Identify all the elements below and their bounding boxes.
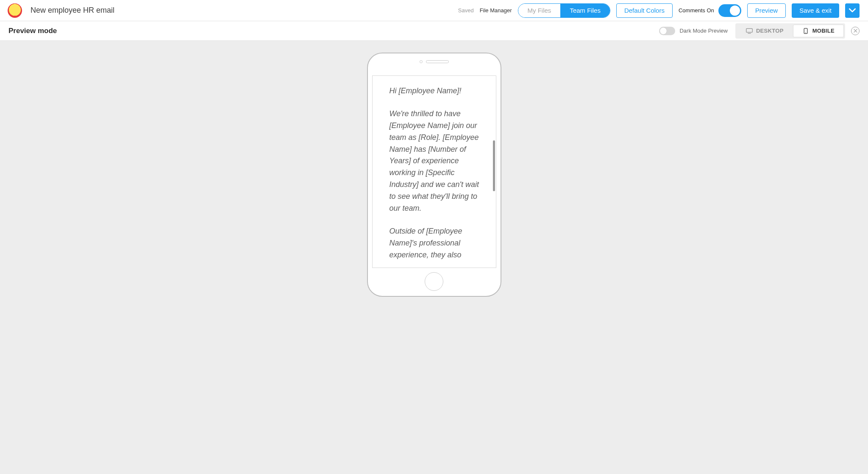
phone-frame: Hi [Employee Name]! We're thrilled to ha…	[367, 53, 501, 297]
phone-screen: Hi [Employee Name]! We're thrilled to ha…	[372, 75, 496, 268]
comments-toggle-group: Comments On	[679, 4, 741, 17]
default-colors-button[interactable]: Default Colors	[616, 3, 673, 18]
files-toggle-team-files[interactable]: Team Files	[560, 4, 610, 17]
phone-camera-icon	[420, 60, 423, 63]
device-toggle: DESKTOP MOBILE	[735, 23, 845, 39]
mobile-icon	[802, 28, 809, 34]
comments-toggle[interactable]	[718, 4, 741, 17]
svg-point-2	[805, 32, 806, 33]
device-desktop-button[interactable]: DESKTOP	[737, 25, 793, 37]
app-logo	[8, 3, 22, 18]
email-paragraph: Hi [Employee Name]!	[389, 85, 483, 97]
preview-mode-title: Preview mode	[8, 27, 57, 35]
close-icon	[854, 29, 857, 33]
email-paragraph: We're thrilled to have [Employee Name] j…	[389, 108, 483, 215]
preview-button[interactable]: Preview	[747, 3, 786, 18]
device-mobile-label: MOBILE	[812, 28, 835, 34]
close-preview-button[interactable]	[851, 27, 860, 35]
dark-mode-toggle[interactable]	[659, 27, 675, 35]
saved-status: Saved	[458, 7, 474, 14]
svg-rect-0	[746, 28, 752, 32]
desktop-icon	[746, 28, 753, 34]
chevron-down-icon	[849, 8, 856, 14]
preview-stage: Hi [Employee Name]! We're thrilled to ha…	[0, 41, 868, 474]
dark-mode-label: Dark Mode Preview	[679, 28, 727, 34]
device-desktop-label: DESKTOP	[756, 28, 784, 34]
phone-speaker-icon	[426, 60, 449, 63]
phone-home-button	[425, 272, 443, 291]
device-mobile-button[interactable]: MOBILE	[793, 25, 844, 37]
dark-mode-group: Dark Mode Preview	[659, 27, 727, 35]
email-paragraph: Outside of [Employee Name]'s professiona…	[389, 226, 483, 261]
files-toggle-my-files[interactable]: My Files	[518, 4, 561, 17]
document-title: New employee HR email	[31, 6, 114, 15]
preview-toolbar: Preview mode Dark Mode Preview DESKTOP M…	[0, 21, 868, 41]
files-toggle: My Files Team Files	[518, 3, 610, 18]
comments-label: Comments On	[679, 7, 714, 14]
save-exit-button[interactable]: Save & exit	[792, 3, 839, 18]
file-manager-link[interactable]: File Manager	[480, 7, 512, 14]
top-toolbar: New employee HR email Saved File Manager…	[0, 0, 868, 21]
email-content[interactable]: Hi [Employee Name]! We're thrilled to ha…	[373, 76, 496, 268]
save-exit-dropdown-button[interactable]	[845, 3, 860, 18]
phone-top-decor	[368, 60, 501, 63]
scrollbar-thumb[interactable]	[493, 140, 495, 191]
